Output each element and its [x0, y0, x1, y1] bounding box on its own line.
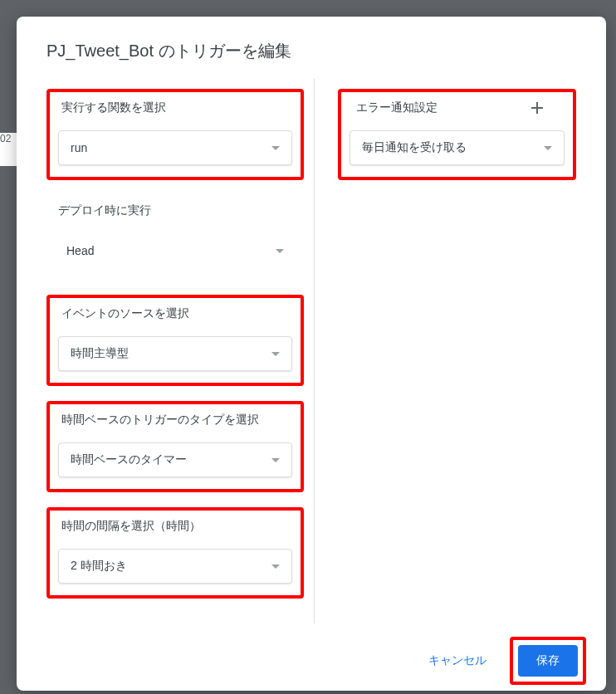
deploy-select-group: デプロイ時に実行 Head [46, 195, 304, 280]
chevron-down-icon [271, 564, 280, 569]
interval-select-group: 時間の間隔を選択（時間） 2 時間おき [46, 507, 304, 599]
function-select-value: run [71, 141, 87, 154]
trigger-edit-modal: PJ_Tweet_Bot のトリガーを編集 実行する関数を選択 run デプロイ… [17, 17, 606, 691]
deploy-select[interactable]: Head [55, 233, 296, 268]
event-source-select-group: イベントのソースを選択 時間主導型 [46, 295, 304, 386]
error-notification-group: エラー通知設定 毎日通知を受け取る [338, 89, 576, 180]
chevron-down-icon [276, 249, 284, 253]
chevron-down-icon [271, 352, 280, 356]
right-column: エラー通知設定 毎日通知を受け取る [315, 79, 586, 623]
function-select[interactable]: run [58, 130, 292, 165]
trigger-type-select-value: 時間ベースのタイマー [71, 452, 187, 467]
deploy-select-label: デプロイ時に実行 [55, 203, 296, 218]
trigger-type-select-label: 時間ベースのトリガーのタイプを選択 [58, 413, 292, 428]
left-column: 実行する関数を選択 run デプロイ時に実行 Head イベントのソースを選択 … [37, 79, 315, 623]
trigger-type-select[interactable]: 時間ベースのタイマー [58, 442, 292, 477]
event-source-select-value: 時間主導型 [71, 346, 129, 361]
background-fragment: 02 [0, 133, 17, 166]
event-source-select[interactable]: 時間主導型 [58, 336, 292, 371]
chevron-down-icon [271, 458, 280, 462]
modal-footer: キャンセル 保存 [17, 623, 606, 694]
modal-title: PJ_Tweet_Bot のトリガーを編集 [17, 17, 606, 79]
cancel-button[interactable]: キャンセル [425, 647, 490, 675]
function-select-label: 実行する関数を選択 [58, 100, 292, 115]
save-button-highlight: 保存 [510, 637, 586, 685]
interval-select-value: 2 時間おき [71, 559, 127, 574]
error-notification-select[interactable]: 毎日通知を受け取る [350, 130, 565, 165]
plus-icon[interactable] [530, 100, 545, 115]
event-source-select-label: イベントのソースを選択 [58, 306, 292, 321]
trigger-type-select-group: 時間ベースのトリガーのタイプを選択 時間ベースのタイマー [46, 401, 304, 492]
error-notification-label: エラー通知設定 [353, 100, 438, 115]
chevron-down-icon [271, 146, 280, 150]
function-select-group: 実行する関数を選択 run [46, 89, 304, 180]
modal-body: 実行する関数を選択 run デプロイ時に実行 Head イベントのソースを選択 … [17, 79, 606, 623]
deploy-select-value: Head [66, 244, 94, 257]
interval-select-label: 時間の間隔を選択（時間） [58, 519, 292, 534]
error-notification-value: 毎日通知を受け取る [362, 140, 467, 155]
chevron-down-icon [544, 146, 552, 150]
save-button[interactable]: 保存 [518, 645, 578, 677]
interval-select[interactable]: 2 時間おき [58, 549, 292, 584]
